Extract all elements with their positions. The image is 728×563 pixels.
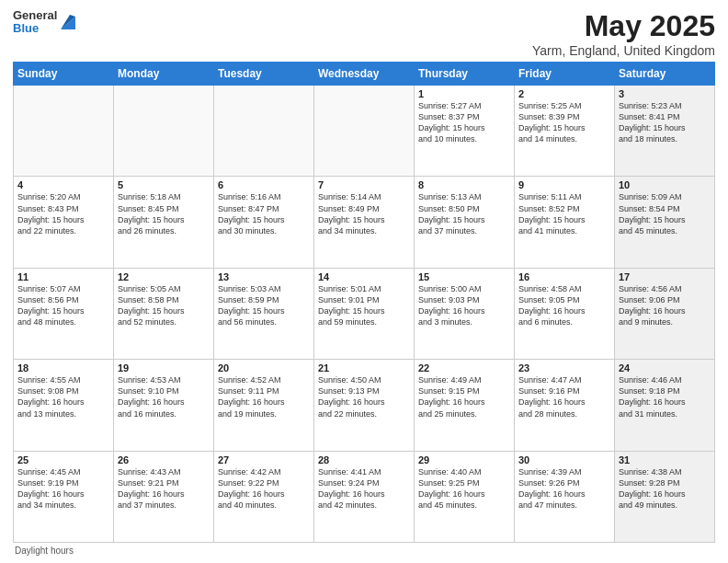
- day-info: Sunrise: 4:50 AM Sunset: 9:13 PM Dayligh…: [318, 374, 410, 419]
- calendar-cell: 10Sunrise: 5:09 AM Sunset: 8:54 PM Dayli…: [615, 177, 715, 268]
- day-number: 27: [218, 454, 310, 465]
- day-number: 17: [619, 271, 711, 282]
- calendar-cell: 1Sunrise: 5:27 AM Sunset: 8:37 PM Daylig…: [415, 86, 515, 177]
- day-number: 21: [318, 362, 410, 373]
- day-number: 14: [318, 271, 410, 282]
- calendar-row-3: 18Sunrise: 4:55 AM Sunset: 9:08 PM Dayli…: [14, 360, 715, 451]
- day-info: Sunrise: 5:13 AM Sunset: 8:50 PM Dayligh…: [418, 191, 510, 236]
- calendar-cell: 6Sunrise: 5:16 AM Sunset: 8:47 PM Daylig…: [214, 177, 314, 268]
- day-info: Sunrise: 4:43 AM Sunset: 9:21 PM Dayligh…: [118, 466, 210, 511]
- calendar-cell: 16Sunrise: 4:58 AM Sunset: 9:05 PM Dayli…: [515, 268, 615, 359]
- day-info: Sunrise: 4:49 AM Sunset: 9:15 PM Dayligh…: [418, 374, 510, 419]
- daylight-label: Daylight hours: [15, 546, 74, 556]
- calendar-row-4: 25Sunrise: 4:45 AM Sunset: 9:19 PM Dayli…: [14, 451, 715, 542]
- logo: General Blue: [13, 9, 77, 36]
- calendar-row-2: 11Sunrise: 5:07 AM Sunset: 8:56 PM Dayli…: [14, 268, 715, 359]
- day-info: Sunrise: 4:47 AM Sunset: 9:16 PM Dayligh…: [518, 374, 610, 419]
- calendar-cell: 3Sunrise: 5:23 AM Sunset: 8:41 PM Daylig…: [615, 86, 715, 177]
- col-header-sunday: Sunday: [14, 63, 114, 86]
- calendar-cell: 18Sunrise: 4:55 AM Sunset: 9:08 PM Dayli…: [14, 360, 114, 451]
- day-info: Sunrise: 4:52 AM Sunset: 9:11 PM Dayligh…: [218, 374, 310, 419]
- day-number: 24: [619, 362, 711, 373]
- calendar-cell: 29Sunrise: 4:40 AM Sunset: 9:25 PM Dayli…: [415, 451, 515, 542]
- day-number: 26: [118, 454, 210, 465]
- calendar-cell: 20Sunrise: 4:52 AM Sunset: 9:11 PM Dayli…: [214, 360, 314, 451]
- day-info: Sunrise: 5:00 AM Sunset: 9:03 PM Dayligh…: [418, 283, 510, 328]
- calendar-cell: 31Sunrise: 4:38 AM Sunset: 9:28 PM Dayli…: [615, 451, 715, 542]
- calendar-cell: [314, 86, 415, 177]
- calendar-cell: [214, 86, 314, 177]
- day-number: 4: [17, 179, 109, 190]
- day-info: Sunrise: 5:27 AM Sunset: 8:37 PM Dayligh…: [418, 100, 510, 145]
- calendar-cell: 23Sunrise: 4:47 AM Sunset: 9:16 PM Dayli…: [515, 360, 615, 451]
- day-number: 19: [118, 362, 210, 373]
- day-info: Sunrise: 5:01 AM Sunset: 9:01 PM Dayligh…: [318, 283, 410, 328]
- day-info: Sunrise: 5:11 AM Sunset: 8:52 PM Dayligh…: [518, 191, 610, 236]
- day-number: 7: [318, 179, 410, 190]
- day-number: 18: [17, 362, 109, 373]
- calendar-cell: 19Sunrise: 4:53 AM Sunset: 9:10 PM Dayli…: [114, 360, 214, 451]
- day-number: 1: [418, 88, 510, 99]
- calendar-cell: 15Sunrise: 5:00 AM Sunset: 9:03 PM Dayli…: [415, 268, 515, 359]
- calendar-cell: 14Sunrise: 5:01 AM Sunset: 9:01 PM Dayli…: [314, 268, 415, 359]
- day-number: 28: [318, 454, 410, 465]
- calendar-cell: 25Sunrise: 4:45 AM Sunset: 9:19 PM Dayli…: [14, 451, 114, 542]
- day-number: 8: [418, 179, 510, 190]
- logo-text: General Blue: [13, 9, 57, 36]
- day-info: Sunrise: 5:23 AM Sunset: 8:41 PM Dayligh…: [619, 100, 711, 145]
- calendar-cell: 9Sunrise: 5:11 AM Sunset: 8:52 PM Daylig…: [515, 177, 615, 268]
- calendar-cell: 4Sunrise: 5:20 AM Sunset: 8:43 PM Daylig…: [14, 177, 114, 268]
- day-info: Sunrise: 4:46 AM Sunset: 9:18 PM Dayligh…: [619, 374, 711, 419]
- day-number: 12: [118, 271, 210, 282]
- calendar-cell: 8Sunrise: 5:13 AM Sunset: 8:50 PM Daylig…: [415, 177, 515, 268]
- calendar-cell: [14, 86, 114, 177]
- day-info: Sunrise: 5:03 AM Sunset: 8:59 PM Dayligh…: [218, 283, 310, 328]
- logo-general: General: [13, 9, 57, 22]
- header: General Blue May 2025 Yarm, England, Uni…: [13, 9, 715, 58]
- calendar-cell: 2Sunrise: 5:25 AM Sunset: 8:39 PM Daylig…: [515, 86, 615, 177]
- day-info: Sunrise: 4:42 AM Sunset: 9:22 PM Dayligh…: [218, 466, 310, 511]
- col-header-friday: Friday: [515, 63, 615, 86]
- day-info: Sunrise: 4:53 AM Sunset: 9:10 PM Dayligh…: [118, 374, 210, 419]
- day-number: 11: [17, 271, 109, 282]
- col-header-wednesday: Wednesday: [314, 63, 415, 86]
- calendar-table: SundayMondayTuesdayWednesdayThursdayFrid…: [13, 62, 715, 543]
- day-number: 6: [218, 179, 310, 190]
- day-number: 10: [619, 179, 711, 190]
- day-info: Sunrise: 4:40 AM Sunset: 9:25 PM Dayligh…: [418, 466, 510, 511]
- calendar-cell: 24Sunrise: 4:46 AM Sunset: 9:18 PM Dayli…: [615, 360, 715, 451]
- footer: Daylight hours: [13, 546, 715, 556]
- page-title: May 2025: [532, 9, 715, 43]
- calendar-cell: [114, 86, 214, 177]
- day-info: Sunrise: 4:38 AM Sunset: 9:28 PM Dayligh…: [619, 466, 711, 511]
- day-number: 3: [619, 88, 711, 99]
- day-number: 30: [518, 454, 610, 465]
- day-number: 13: [218, 271, 310, 282]
- day-number: 31: [619, 454, 711, 465]
- day-info: Sunrise: 4:56 AM Sunset: 9:06 PM Dayligh…: [619, 283, 711, 328]
- calendar-row-1: 4Sunrise: 5:20 AM Sunset: 8:43 PM Daylig…: [14, 177, 715, 268]
- day-number: 16: [518, 271, 610, 282]
- day-info: Sunrise: 5:18 AM Sunset: 8:45 PM Dayligh…: [118, 191, 210, 236]
- calendar-cell: 26Sunrise: 4:43 AM Sunset: 9:21 PM Dayli…: [114, 451, 214, 542]
- calendar-cell: 21Sunrise: 4:50 AM Sunset: 9:13 PM Dayli…: [314, 360, 415, 451]
- page: General Blue May 2025 Yarm, England, Uni…: [0, 0, 728, 563]
- logo-icon: [59, 11, 77, 33]
- calendar-cell: 27Sunrise: 4:42 AM Sunset: 9:22 PM Dayli…: [214, 451, 314, 542]
- day-info: Sunrise: 4:58 AM Sunset: 9:05 PM Dayligh…: [518, 283, 610, 328]
- calendar-cell: 12Sunrise: 5:05 AM Sunset: 8:58 PM Dayli…: [114, 268, 214, 359]
- calendar-row-0: 1Sunrise: 5:27 AM Sunset: 8:37 PM Daylig…: [14, 86, 715, 177]
- day-number: 2: [518, 88, 610, 99]
- day-number: 22: [418, 362, 510, 373]
- day-info: Sunrise: 4:55 AM Sunset: 9:08 PM Dayligh…: [17, 374, 109, 419]
- calendar-cell: 5Sunrise: 5:18 AM Sunset: 8:45 PM Daylig…: [114, 177, 214, 268]
- day-info: Sunrise: 5:25 AM Sunset: 8:39 PM Dayligh…: [518, 100, 610, 145]
- title-block: May 2025 Yarm, England, United Kingdom: [532, 9, 715, 58]
- day-info: Sunrise: 5:16 AM Sunset: 8:47 PM Dayligh…: [218, 191, 310, 236]
- calendar-cell: 22Sunrise: 4:49 AM Sunset: 9:15 PM Dayli…: [415, 360, 515, 451]
- day-info: Sunrise: 5:20 AM Sunset: 8:43 PM Dayligh…: [17, 191, 109, 236]
- day-number: 23: [518, 362, 610, 373]
- calendar-cell: 17Sunrise: 4:56 AM Sunset: 9:06 PM Dayli…: [615, 268, 715, 359]
- col-header-tuesday: Tuesday: [214, 63, 314, 86]
- calendar-cell: 7Sunrise: 5:14 AM Sunset: 8:49 PM Daylig…: [314, 177, 415, 268]
